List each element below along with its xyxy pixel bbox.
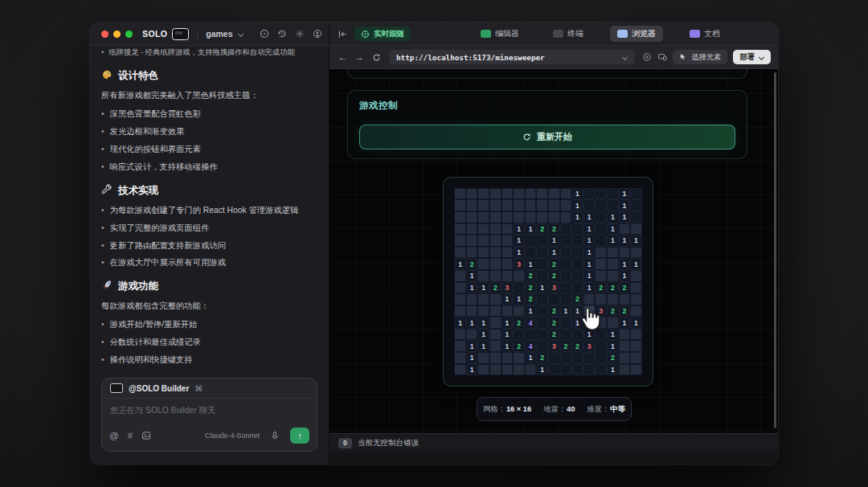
- board-cell[interactable]: [630, 199, 642, 211]
- board-cell[interactable]: 2: [525, 282, 537, 294]
- board-cell[interactable]: 2: [560, 340, 572, 352]
- tab-docs[interactable]: 文档: [682, 26, 727, 42]
- board-cell[interactable]: 4: [525, 317, 537, 329]
- board-cell[interactable]: [477, 270, 489, 282]
- board-cell[interactable]: [595, 211, 607, 223]
- board-cell[interactable]: 1: [525, 352, 537, 364]
- board-cell[interactable]: 1: [583, 282, 596, 294]
- board-cell[interactable]: 1: [619, 188, 631, 200]
- board-cell[interactable]: [607, 293, 619, 305]
- board-cell[interactable]: [619, 293, 631, 305]
- reload-icon[interactable]: [371, 53, 382, 62]
- board-cell[interactable]: [536, 317, 548, 329]
- board-cell[interactable]: [560, 364, 572, 376]
- board-cell[interactable]: [454, 188, 466, 200]
- inspect-target-icon[interactable]: [642, 52, 652, 62]
- board-cell[interactable]: 2: [548, 270, 560, 282]
- board-cell[interactable]: 1: [466, 352, 478, 364]
- board-cell[interactable]: [583, 364, 596, 376]
- board-cell[interactable]: [630, 211, 642, 223]
- settings-icon[interactable]: [295, 29, 305, 39]
- board-cell[interactable]: 1: [607, 364, 619, 376]
- mic-icon[interactable]: [268, 431, 281, 440]
- board-cell[interactable]: [466, 305, 478, 317]
- board-cell[interactable]: 1: [583, 329, 596, 341]
- board-cell[interactable]: [595, 317, 607, 329]
- board-cell[interactable]: [630, 340, 642, 352]
- board-cell[interactable]: [583, 188, 596, 200]
- board-cell[interactable]: [489, 293, 502, 305]
- board-cell[interactable]: 1: [630, 258, 642, 270]
- board-cell[interactable]: [513, 352, 525, 364]
- board-cell[interactable]: [466, 329, 478, 341]
- board-cell[interactable]: 1: [571, 211, 583, 223]
- board-cell[interactable]: [454, 211, 466, 223]
- board-cell[interactable]: [536, 258, 548, 270]
- board-cell[interactable]: [466, 211, 478, 223]
- board-cell[interactable]: 1: [607, 235, 619, 247]
- board-cell[interactable]: 1: [619, 270, 631, 282]
- board-cell[interactable]: 2: [619, 305, 631, 317]
- board-cell[interactable]: [571, 235, 583, 247]
- board-cell[interactable]: [513, 211, 525, 223]
- board-cell[interactable]: [502, 223, 514, 235]
- chat-input-placeholder[interactable]: 您正在与 SOLO Builder 聊天: [102, 399, 317, 425]
- url-chevron-down-icon[interactable]: [622, 55, 628, 60]
- board-cell[interactable]: 1: [466, 364, 478, 376]
- board-cell[interactable]: [454, 293, 466, 305]
- board-cell[interactable]: 2: [489, 282, 502, 294]
- board-cell[interactable]: 2: [595, 282, 607, 294]
- board-cell[interactable]: [466, 293, 478, 305]
- board-cell[interactable]: [560, 235, 572, 247]
- board-cell[interactable]: [560, 352, 572, 364]
- board-cell[interactable]: 2: [548, 223, 560, 235]
- board-cell[interactable]: [548, 293, 560, 305]
- board-cell[interactable]: [630, 293, 642, 305]
- board-cell[interactable]: [571, 329, 583, 341]
- board-cell[interactable]: 3: [548, 340, 560, 352]
- board-cell[interactable]: [477, 364, 489, 376]
- board-cell[interactable]: [630, 247, 642, 259]
- board-cell[interactable]: [454, 329, 466, 341]
- agent-mention[interactable]: @SOLO Builder: [129, 384, 189, 393]
- board-cell[interactable]: [477, 352, 489, 364]
- back-icon[interactable]: ←: [337, 52, 348, 62]
- board-cell[interactable]: [454, 340, 466, 352]
- board-cell[interactable]: [548, 188, 560, 200]
- board-cell[interactable]: [607, 247, 619, 259]
- board-cell[interactable]: [607, 199, 619, 211]
- board-cell[interactable]: 2: [513, 317, 525, 329]
- board-cell[interactable]: 2: [525, 293, 537, 305]
- board-cell[interactable]: [595, 364, 607, 376]
- board-cell[interactable]: 2: [548, 258, 560, 270]
- board-cell[interactable]: [513, 329, 525, 341]
- board-cell[interactable]: 1: [571, 305, 583, 317]
- project-name[interactable]: games: [206, 29, 232, 39]
- board-cell[interactable]: [489, 211, 502, 223]
- board-cell[interactable]: 1: [607, 223, 619, 235]
- board-cell[interactable]: [630, 305, 642, 317]
- tab-terminal[interactable]: 终端: [546, 26, 591, 42]
- board-cell[interactable]: 2: [536, 352, 548, 364]
- board-cell[interactable]: [502, 199, 514, 211]
- board-cell[interactable]: 2: [571, 293, 583, 305]
- at-icon[interactable]: @: [109, 431, 119, 440]
- board-cell[interactable]: [560, 188, 572, 200]
- deploy-button[interactable]: 部署: [733, 50, 771, 64]
- board-cell[interactable]: 1: [466, 282, 478, 294]
- forward-icon[interactable]: →: [354, 52, 365, 62]
- board-cell[interactable]: [607, 317, 619, 329]
- board-cell[interactable]: [630, 282, 642, 294]
- board-cell[interactable]: [630, 364, 642, 376]
- board-cell[interactable]: 1: [607, 340, 619, 352]
- board-cell[interactable]: [477, 247, 489, 259]
- board-cell[interactable]: 3: [502, 282, 514, 294]
- board-cell[interactable]: [454, 305, 466, 317]
- board-cell[interactable]: [560, 270, 572, 282]
- board-cell[interactable]: 1: [583, 270, 596, 282]
- board-cell[interactable]: 1: [619, 317, 631, 329]
- board-cell[interactable]: [513, 282, 525, 294]
- board-cell[interactable]: [607, 270, 619, 282]
- board-cell[interactable]: [466, 247, 478, 259]
- board-cell[interactable]: [525, 364, 537, 376]
